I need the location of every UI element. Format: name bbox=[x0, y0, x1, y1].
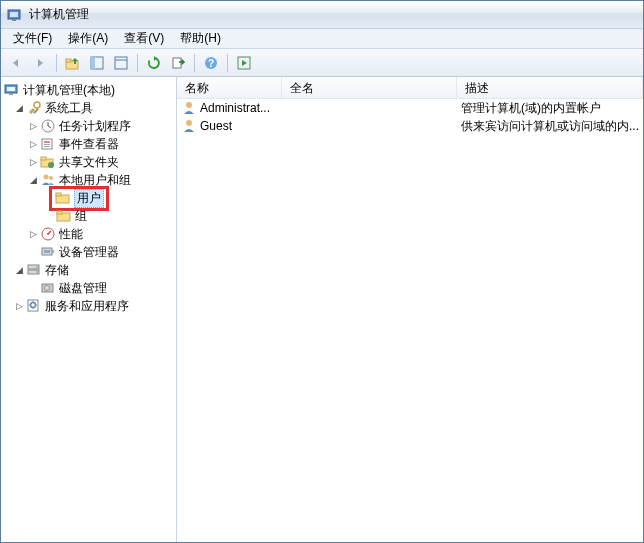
svg-rect-22 bbox=[44, 146, 50, 147]
tree-label: 设备管理器 bbox=[59, 244, 119, 261]
expand-icon[interactable]: ▷ bbox=[27, 120, 39, 132]
svg-rect-2 bbox=[12, 19, 16, 21]
expand-icon[interactable]: ▷ bbox=[27, 138, 39, 150]
menu-view[interactable]: 查看(V) bbox=[116, 28, 172, 49]
tree-disk-management[interactable]: 磁盘管理 bbox=[1, 279, 176, 297]
tree-label: 系统工具 bbox=[45, 100, 93, 117]
svg-rect-21 bbox=[44, 144, 50, 145]
svg-point-40 bbox=[36, 271, 38, 273]
window-title: 计算机管理 bbox=[29, 6, 89, 23]
svg-rect-35 bbox=[44, 250, 50, 253]
cell-desc: 管理计算机(域)的内置帐户 bbox=[461, 100, 601, 117]
user-icon bbox=[181, 118, 197, 134]
tree-storage[interactable]: ◢ 存储 bbox=[1, 261, 176, 279]
computer-icon bbox=[4, 82, 20, 98]
shared-folder-icon bbox=[40, 154, 56, 170]
svg-rect-31 bbox=[57, 211, 62, 214]
export-button[interactable] bbox=[167, 52, 189, 74]
tree-label: 任务计划程序 bbox=[59, 118, 131, 135]
tree-label: 存储 bbox=[45, 262, 69, 279]
toolbar-separator bbox=[56, 54, 57, 72]
cell-desc: 供来宾访问计算机或访问域的内... bbox=[461, 118, 639, 135]
collapse-icon[interactable]: ◢ bbox=[13, 264, 25, 276]
expand-icon[interactable]: ▷ bbox=[27, 228, 39, 240]
menu-action[interactable]: 操作(A) bbox=[60, 28, 116, 49]
tools-icon bbox=[26, 100, 42, 116]
svg-rect-15 bbox=[9, 93, 13, 95]
clock-icon bbox=[40, 118, 56, 134]
collapse-icon[interactable]: ◢ bbox=[27, 174, 39, 186]
tree-shared-folders[interactable]: ▷ 共享文件夹 bbox=[1, 153, 176, 171]
storage-icon bbox=[26, 262, 42, 278]
services-icon bbox=[26, 298, 42, 314]
menu-help[interactable]: 帮助(H) bbox=[172, 28, 229, 49]
svg-rect-36 bbox=[52, 250, 54, 253]
tree-label: 共享文件夹 bbox=[59, 154, 119, 171]
tree-label: 服务和应用程序 bbox=[45, 298, 129, 315]
up-button[interactable] bbox=[62, 52, 84, 74]
svg-point-16 bbox=[34, 102, 40, 108]
list-body[interactable]: Administrat... 管理计算机(域)的内置帐户 Guest 供来宾访问… bbox=[177, 99, 643, 542]
device-icon bbox=[40, 244, 56, 260]
back-button[interactable] bbox=[5, 52, 27, 74]
action-button[interactable] bbox=[233, 52, 255, 74]
toolbar-separator bbox=[194, 54, 195, 72]
svg-rect-6 bbox=[91, 57, 95, 69]
tree-event-viewer[interactable]: ▷ 事件查看器 bbox=[1, 135, 176, 153]
svg-rect-20 bbox=[44, 141, 50, 143]
list-pane: 名称 全名 描述 Administrat... 管理计算机(域)的内置帐户 G bbox=[177, 77, 643, 542]
svg-rect-4 bbox=[66, 59, 71, 62]
column-name[interactable]: 名称 bbox=[177, 77, 282, 98]
performance-icon bbox=[40, 226, 56, 242]
body: 计算机管理(本地) ◢ 系统工具 ▷ bbox=[1, 77, 643, 542]
expand-icon[interactable]: ▷ bbox=[27, 156, 39, 168]
properties-button[interactable] bbox=[110, 52, 132, 74]
folder-icon bbox=[55, 190, 71, 206]
menu-file[interactable]: 文件(F) bbox=[5, 28, 60, 49]
disk-icon bbox=[40, 280, 56, 296]
list-row[interactable]: Administrat... 管理计算机(域)的内置帐户 bbox=[177, 99, 643, 117]
svg-point-26 bbox=[44, 175, 49, 180]
app-icon bbox=[7, 7, 23, 23]
cell-name: Guest bbox=[200, 119, 232, 133]
toolbar-separator bbox=[137, 54, 138, 72]
tree-label: 计算机管理(本地) bbox=[23, 82, 115, 99]
svg-point-39 bbox=[36, 266, 38, 268]
expand-icon[interactable]: ▷ bbox=[13, 300, 25, 312]
user-icon bbox=[181, 100, 197, 116]
tree-system-tools[interactable]: ◢ 系统工具 bbox=[1, 99, 176, 117]
folder-icon bbox=[56, 208, 72, 224]
refresh-button[interactable] bbox=[143, 52, 165, 74]
svg-point-27 bbox=[49, 176, 53, 180]
svg-rect-1 bbox=[10, 12, 18, 17]
forward-button[interactable] bbox=[29, 52, 51, 74]
list-row[interactable]: Guest 供来宾访问计算机或访问域的内... bbox=[177, 117, 643, 135]
tree-pane[interactable]: 计算机管理(本地) ◢ 系统工具 ▷ bbox=[1, 77, 177, 542]
tree-label: 用户 bbox=[74, 189, 104, 208]
svg-point-46 bbox=[186, 102, 192, 108]
tree-performance[interactable]: ▷ 性能 bbox=[1, 225, 176, 243]
svg-point-47 bbox=[186, 120, 192, 126]
tree-root[interactable]: 计算机管理(本地) bbox=[1, 81, 176, 99]
tree-label: 磁盘管理 bbox=[59, 280, 107, 297]
collapse-icon[interactable]: ◢ bbox=[13, 102, 25, 114]
tree-label: 事件查看器 bbox=[59, 136, 119, 153]
tree-task-scheduler[interactable]: ▷ 任务计划程序 bbox=[1, 117, 176, 135]
tree-device-manager[interactable]: 设备管理器 bbox=[1, 243, 176, 261]
column-fullname[interactable]: 全名 bbox=[282, 77, 457, 98]
svg-rect-9 bbox=[173, 58, 181, 68]
svg-rect-7 bbox=[115, 57, 127, 69]
svg-point-43 bbox=[46, 287, 47, 288]
help-button[interactable]: ? bbox=[200, 52, 222, 74]
svg-text:?: ? bbox=[208, 58, 214, 69]
show-hide-tree-button[interactable] bbox=[86, 52, 108, 74]
cell-name: Administrat... bbox=[200, 101, 270, 115]
svg-rect-29 bbox=[56, 193, 61, 196]
tree-users[interactable]: 用户 bbox=[1, 189, 176, 207]
menubar: 文件(F) 操作(A) 查看(V) 帮助(H) bbox=[1, 29, 643, 49]
tree-services-apps[interactable]: ▷ 服务和应用程序 bbox=[1, 297, 176, 315]
column-description[interactable]: 描述 bbox=[457, 77, 643, 98]
list-header: 名称 全名 描述 bbox=[177, 77, 643, 99]
computer-management-window: 计算机管理 文件(F) 操作(A) 查看(V) 帮助(H) ? bbox=[0, 0, 644, 543]
svg-rect-17 bbox=[33, 108, 39, 114]
